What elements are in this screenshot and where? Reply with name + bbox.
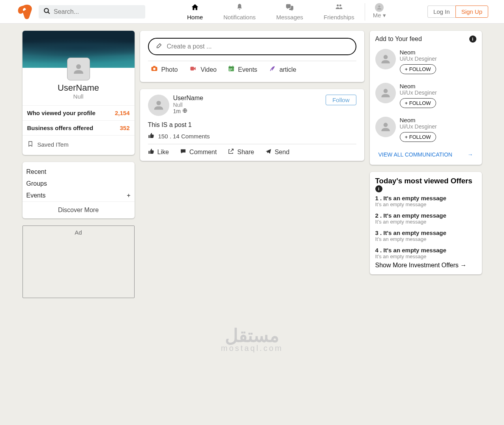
search-input[interactable] [54,8,141,15]
svg-rect-13 [232,66,233,67]
composer-tabs: Photo Video Events [148,65,356,74]
feather-icon [268,65,276,74]
follow-button[interactable]: + FOLLOW [400,132,436,142]
offer-4[interactable]: 4 . It's an empty message It's an empty … [375,244,476,262]
svg-rect-9 [191,67,194,70]
composer-article[interactable]: article [268,65,296,74]
discover-groups[interactable]: Groups [22,178,135,190]
post-actions: Like Comment Share Send [148,148,356,156]
nav-notifications[interactable]: Notifications [213,3,266,21]
discover-more[interactable]: Discover More [22,201,135,218]
nav-messages[interactable]: Messages [266,3,313,21]
suggestion-avatar[interactable] [375,117,396,137]
svg-point-21 [383,123,388,127]
comment-icon [180,148,186,156]
send-icon [265,148,272,156]
follow-button[interactable]: + FOLLOW [400,64,436,74]
suggestion-name[interactable]: Neom [400,83,437,89]
saved-items[interactable]: Saved ITem [22,135,135,155]
offers-card: Today's most viewed Offers i 1 . It's an… [370,172,482,274]
suggestion-sub: Ui/Ux Desginer [400,123,437,130]
info-icon[interactable]: i [375,185,382,192]
offer-title: 1 . It's an empty message [375,195,476,201]
svg-point-5 [76,64,81,69]
discover-events[interactable]: Events + [22,190,135,201]
post-author[interactable]: UserName [173,95,203,102]
suggestion-name[interactable]: Neom [400,117,437,123]
friends-icon [335,3,343,13]
footer-small: mostaql.com [0,344,504,353]
profile-subtitle: Null [22,93,135,100]
plus-icon[interactable]: + [127,192,130,199]
profile-avatar[interactable] [67,58,90,80]
send-action[interactable]: Send [265,148,289,156]
search-icon [43,7,51,16]
offer-sub: It's an empty message [375,219,476,225]
offer-2[interactable]: 2 . It's an empty message It's an empty … [375,210,476,227]
arrow-right-icon: → [468,151,473,158]
feed-title: Add to Your feed [375,35,422,43]
discover-recent[interactable]: Recent [22,166,135,178]
post-avatar[interactable] [148,95,169,116]
composer-placeholder: Create a post ... [167,43,212,50]
suggestion-name[interactable]: Neom [400,49,437,56]
search-box[interactable] [39,5,145,19]
share-action[interactable]: Share [228,148,254,156]
suggestion-sub: Ui/Ux Desginer [400,56,437,62]
suggestion-sub: Ui/Ux Desginer [400,89,437,96]
svg-point-3 [339,4,341,6]
stat-value: 352 [120,125,129,131]
svg-rect-12 [229,66,230,67]
svg-point-7 [153,68,156,70]
nav-me[interactable]: Me ▾ [365,3,396,21]
view-all-communication[interactable]: VIEW ALL COMMUNICATION → [375,147,476,159]
main-container: UserName Null Who viewed your profile 2,… [15,24,489,305]
composer-input[interactable]: Create a post ... [148,38,356,55]
comment-action[interactable]: Comment [180,148,217,156]
like-action[interactable]: Like [148,148,169,156]
suggestion-3: Neom Ui/Ux Desginer + FOLLOW [375,114,476,147]
composer-photo[interactable]: Photo [150,65,178,74]
composer-video[interactable]: Video [189,65,217,74]
login-button[interactable]: Log In [427,6,455,18]
signup-button[interactable]: Sign Up [455,6,488,18]
offer-1[interactable]: 1 . It's an empty message It's an empty … [375,192,476,210]
share-icon [228,148,234,156]
right-column: Add to Your feed i Neom Ui/Ux Desginer +… [370,31,482,298]
home-icon [191,3,199,13]
svg-point-0 [44,8,49,13]
stat-profile-views[interactable]: Who viewed your profile 2,154 [22,105,135,120]
info-icon[interactable]: i [469,35,476,43]
svg-rect-8 [153,66,156,67]
post-follow-button[interactable]: Follow [326,95,356,105]
ad-label: Ad [75,229,82,236]
ad-card: Ad [22,226,135,298]
nav-me-label: Me ▾ [373,12,386,19]
post: UserName Null 1m Follow This IS a post 1 [140,89,364,161]
svg-point-4 [378,5,380,7]
post-subtitle: Null [173,102,203,108]
show-more-offers[interactable]: Show More Investment Offers → [375,262,476,269]
composer-events[interactable]: Events [228,65,257,74]
nav-friendships[interactable]: Friendships [313,3,365,21]
svg-point-17 [156,101,161,105]
profile-card: UserName Null Who viewed your profile 2,… [22,31,135,155]
suggestion-avatar[interactable] [375,49,396,69]
header-actions: Log In Sign Up [427,6,488,18]
nav: Home Notifications Messages Friendships … [177,3,396,21]
follow-button[interactable]: + FOLLOW [400,98,436,108]
nav-notifications-label: Notifications [223,14,256,21]
stat-label: Who viewed your profile [27,110,96,116]
nav-friendships-label: Friendships [324,14,354,21]
suggestion-avatar[interactable] [375,83,396,103]
bell-icon [236,3,244,13]
stat-label: Business offers offered [27,125,94,131]
logo[interactable] [16,4,33,20]
footer-brand: مستقل mostaql.com [0,305,504,361]
messages-icon [285,3,294,13]
offer-title: 4 . It's an empty message [375,247,476,254]
stat-business-offers[interactable]: Business offers offered 352 [22,120,135,135]
stat-value: 2,154 [115,110,130,116]
nav-home[interactable]: Home [177,3,213,21]
offer-3[interactable]: 3 . It's an empty message It's an empty … [375,227,476,244]
